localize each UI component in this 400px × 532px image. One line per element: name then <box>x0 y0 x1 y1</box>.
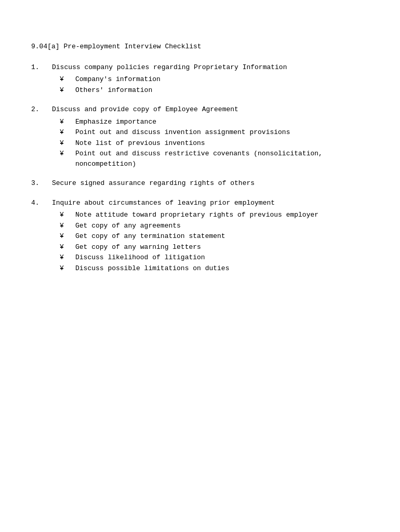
bullet-text: Company's information <box>75 74 369 85</box>
list-item: ¥ Discuss likelihood of litigation <box>60 252 369 263</box>
bullet-char: ¥ <box>60 138 75 149</box>
document-title: 9.04[a] Pre-employment Interview Checkli… <box>31 42 369 52</box>
bullet-text: Get copy of any agreements <box>75 221 369 231</box>
list-item: ¥ Emphasize importance <box>60 117 369 127</box>
bullet-char: ¥ <box>60 127 75 138</box>
section-1-header: 1. Discuss company policies regarding Pr… <box>31 62 369 73</box>
bullet-text: Discuss possible limitations on duties <box>75 263 369 274</box>
list-item: ¥ Note attitude toward proprietary right… <box>60 210 369 220</box>
bullet-text: Point out and discuss restrictive covena… <box>75 149 369 169</box>
bullet-text: Note list of previous inventions <box>75 138 369 149</box>
section-2-number: 2. <box>31 104 52 115</box>
list-item: ¥ Point out and discuss invention assign… <box>60 127 369 138</box>
bullet-char: ¥ <box>60 85 75 96</box>
bullet-char: ¥ <box>60 231 75 242</box>
section-2-bullets: ¥ Emphasize importance ¥ Point out and d… <box>60 117 369 169</box>
bullet-text: Others' information <box>75 85 369 96</box>
section-2-header: 2. Discuss and provide copy of Employee … <box>31 104 369 115</box>
bullet-text: Emphasize importance <box>75 117 369 127</box>
section-1-text: Discuss company policies regarding Propr… <box>52 62 369 73</box>
list-item: ¥ Note list of previous inventions <box>60 138 369 149</box>
bullet-char: ¥ <box>60 149 75 159</box>
section-3: 3. Secure signed assurance regarding rig… <box>31 178 369 189</box>
section-4-text: Inquire about circumstances of leaving p… <box>52 198 369 208</box>
section-4-bullets: ¥ Note attitude toward proprietary right… <box>60 210 369 273</box>
list-item: ¥ Get copy of any agreements <box>60 221 369 231</box>
section-4-number: 4. <box>31 198 52 208</box>
list-item: ¥ Others' information <box>60 85 369 96</box>
bullet-char: ¥ <box>60 263 75 274</box>
bullet-text: Discuss likelihood of litigation <box>75 252 369 263</box>
bullet-char: ¥ <box>60 117 75 127</box>
bullet-char: ¥ <box>60 242 75 252</box>
bullet-char: ¥ <box>60 74 75 85</box>
section-1: 1. Discuss company policies regarding Pr… <box>31 62 369 96</box>
section-1-number: 1. <box>31 62 52 73</box>
bullet-text: Get copy of any termination statement <box>75 231 369 242</box>
list-item: ¥ Company's information <box>60 74 369 85</box>
bullet-text: Get copy of any warning letters <box>75 242 369 252</box>
section-1-bullets: ¥ Company's information ¥ Others' inform… <box>60 74 369 95</box>
section-3-header: 3. Secure signed assurance regarding rig… <box>31 178 369 189</box>
list-item: ¥ Point out and discuss restrictive cove… <box>60 149 369 169</box>
bullet-char: ¥ <box>60 252 75 263</box>
section-3-number: 3. <box>31 178 52 189</box>
list-item: ¥ Discuss possible limitations on duties <box>60 263 369 274</box>
section-2-text: Discuss and provide copy of Employee Agr… <box>52 104 369 115</box>
bullet-text: Note attitude toward proprietary rights … <box>75 210 369 220</box>
title-text: 9.04[a] Pre-employment Interview Checkli… <box>31 43 202 50</box>
document-content: 9.04[a] Pre-employment Interview Checkli… <box>31 42 369 273</box>
bullet-char: ¥ <box>60 210 75 220</box>
section-4-header: 4. Inquire about circumstances of leavin… <box>31 198 369 208</box>
section-2: 2. Discuss and provide copy of Employee … <box>31 104 369 169</box>
list-item: ¥ Get copy of any termination statement <box>60 231 369 242</box>
bullet-text: Point out and discuss invention assignme… <box>75 127 369 138</box>
section-4: 4. Inquire about circumstances of leavin… <box>31 198 369 274</box>
section-3-text: Secure signed assurance regarding rights… <box>52 178 369 189</box>
list-item: ¥ Get copy of any warning letters <box>60 242 369 252</box>
bullet-char: ¥ <box>60 221 75 231</box>
